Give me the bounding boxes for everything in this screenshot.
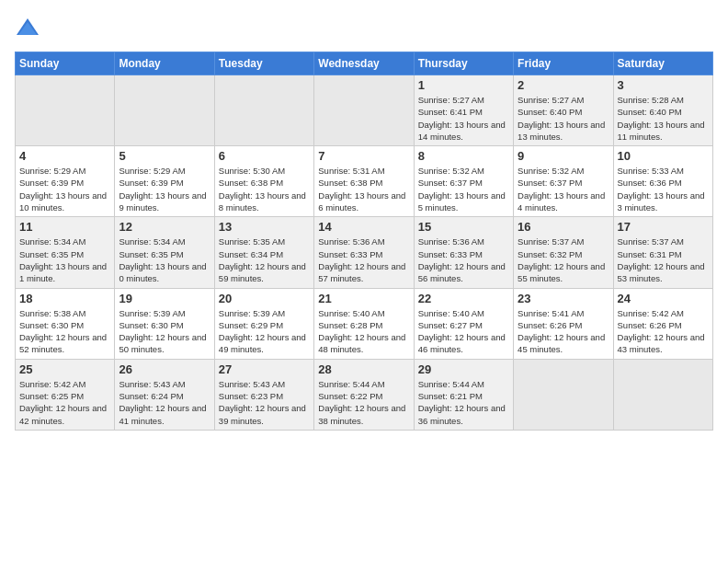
day-number: 11 xyxy=(19,220,110,234)
day-number: 13 xyxy=(219,220,310,234)
calendar-header-row: SundayMondayTuesdayWednesdayThursdayFrid… xyxy=(16,52,713,75)
calendar-cell: 29Sunrise: 5:44 AM Sunset: 6:21 PM Dayli… xyxy=(414,359,513,430)
day-info: Sunrise: 5:37 AM Sunset: 6:31 PM Dayligh… xyxy=(618,236,709,284)
calendar-cell: 1Sunrise: 5:27 AM Sunset: 6:41 PM Daylig… xyxy=(414,75,513,146)
calendar-week-row: 25Sunrise: 5:42 AM Sunset: 6:25 PM Dayli… xyxy=(16,359,713,430)
day-number: 7 xyxy=(318,149,409,163)
day-info: Sunrise: 5:29 AM Sunset: 6:39 PM Dayligh… xyxy=(19,165,110,213)
day-info: Sunrise: 5:39 AM Sunset: 6:30 PM Dayligh… xyxy=(119,307,210,356)
day-number: 12 xyxy=(119,220,210,234)
day-info: Sunrise: 5:28 AM Sunset: 6:40 PM Dayligh… xyxy=(618,94,709,143)
calendar-cell: 18Sunrise: 5:38 AM Sunset: 6:30 PM Dayli… xyxy=(16,288,115,359)
calendar-cell xyxy=(514,359,613,430)
logo xyxy=(15,15,44,40)
calendar-cell: 14Sunrise: 5:36 AM Sunset: 6:33 PM Dayli… xyxy=(314,217,414,288)
day-info: Sunrise: 5:35 AM Sunset: 6:34 PM Dayligh… xyxy=(219,236,310,284)
logo-icon xyxy=(15,15,40,40)
day-info: Sunrise: 5:36 AM Sunset: 6:33 PM Dayligh… xyxy=(318,236,409,284)
day-header-monday: Monday xyxy=(115,52,214,75)
calendar-cell: 2Sunrise: 5:27 AM Sunset: 6:40 PM Daylig… xyxy=(514,75,613,146)
day-number: 16 xyxy=(518,220,609,234)
day-number: 10 xyxy=(618,149,709,163)
calendar-cell: 4Sunrise: 5:29 AM Sunset: 6:39 PM Daylig… xyxy=(16,146,115,217)
calendar-cell xyxy=(214,75,313,146)
day-info: Sunrise: 5:32 AM Sunset: 6:37 PM Dayligh… xyxy=(418,165,509,213)
day-number: 6 xyxy=(219,149,310,163)
day-info: Sunrise: 5:41 AM Sunset: 6:26 PM Dayligh… xyxy=(518,307,609,356)
day-info: Sunrise: 5:27 AM Sunset: 6:40 PM Dayligh… xyxy=(518,94,609,143)
day-info: Sunrise: 5:33 AM Sunset: 6:36 PM Dayligh… xyxy=(618,165,709,213)
calendar-cell: 11Sunrise: 5:34 AM Sunset: 6:35 PM Dayli… xyxy=(16,217,115,288)
day-info: Sunrise: 5:36 AM Sunset: 6:33 PM Dayligh… xyxy=(418,236,509,284)
calendar-cell: 27Sunrise: 5:43 AM Sunset: 6:23 PM Dayli… xyxy=(214,359,313,430)
day-info: Sunrise: 5:42 AM Sunset: 6:25 PM Dayligh… xyxy=(19,378,110,427)
calendar-cell: 8Sunrise: 5:32 AM Sunset: 6:37 PM Daylig… xyxy=(414,146,513,217)
calendar-cell: 13Sunrise: 5:35 AM Sunset: 6:34 PM Dayli… xyxy=(214,217,313,288)
day-info: Sunrise: 5:32 AM Sunset: 6:37 PM Dayligh… xyxy=(518,165,609,213)
day-info: Sunrise: 5:39 AM Sunset: 6:29 PM Dayligh… xyxy=(219,307,310,356)
calendar-cell xyxy=(115,75,214,146)
calendar-cell: 19Sunrise: 5:39 AM Sunset: 6:30 PM Dayli… xyxy=(115,288,214,359)
day-info: Sunrise: 5:37 AM Sunset: 6:32 PM Dayligh… xyxy=(518,236,609,284)
calendar-cell: 22Sunrise: 5:40 AM Sunset: 6:27 PM Dayli… xyxy=(414,288,513,359)
day-number: 4 xyxy=(19,149,110,163)
day-info: Sunrise: 5:40 AM Sunset: 6:27 PM Dayligh… xyxy=(418,307,509,356)
day-info: Sunrise: 5:34 AM Sunset: 6:35 PM Dayligh… xyxy=(119,236,210,284)
day-number: 22 xyxy=(418,292,509,305)
day-info: Sunrise: 5:34 AM Sunset: 6:35 PM Dayligh… xyxy=(19,236,110,284)
day-number: 18 xyxy=(19,292,110,305)
calendar-cell: 15Sunrise: 5:36 AM Sunset: 6:33 PM Dayli… xyxy=(414,217,513,288)
day-number: 26 xyxy=(119,362,210,376)
day-header-tuesday: Tuesday xyxy=(214,52,313,75)
day-info: Sunrise: 5:38 AM Sunset: 6:30 PM Dayligh… xyxy=(19,307,110,356)
day-number: 9 xyxy=(518,149,609,163)
day-number: 20 xyxy=(219,292,310,305)
calendar-cell: 21Sunrise: 5:40 AM Sunset: 6:28 PM Dayli… xyxy=(314,288,414,359)
calendar-week-row: 18Sunrise: 5:38 AM Sunset: 6:30 PM Dayli… xyxy=(16,288,713,359)
calendar-cell xyxy=(314,75,414,146)
day-header-wednesday: Wednesday xyxy=(314,52,414,75)
day-header-thursday: Thursday xyxy=(414,52,513,75)
day-info: Sunrise: 5:42 AM Sunset: 6:26 PM Dayligh… xyxy=(618,307,709,356)
day-number: 2 xyxy=(518,78,609,92)
calendar-cell: 7Sunrise: 5:31 AM Sunset: 6:38 PM Daylig… xyxy=(314,146,414,217)
day-number: 17 xyxy=(618,220,709,234)
day-number: 23 xyxy=(518,292,609,305)
day-info: Sunrise: 5:43 AM Sunset: 6:24 PM Dayligh… xyxy=(119,378,210,427)
calendar-cell xyxy=(613,359,712,430)
day-number: 14 xyxy=(318,220,409,234)
day-number: 8 xyxy=(418,149,509,163)
calendar-cell: 9Sunrise: 5:32 AM Sunset: 6:37 PM Daylig… xyxy=(514,146,613,217)
calendar-cell: 17Sunrise: 5:37 AM Sunset: 6:31 PM Dayli… xyxy=(613,217,712,288)
calendar-week-row: 11Sunrise: 5:34 AM Sunset: 6:35 PM Dayli… xyxy=(16,217,713,288)
day-info: Sunrise: 5:29 AM Sunset: 6:39 PM Dayligh… xyxy=(119,165,210,213)
calendar-cell: 28Sunrise: 5:44 AM Sunset: 6:22 PM Dayli… xyxy=(314,359,414,430)
calendar-week-row: 4Sunrise: 5:29 AM Sunset: 6:39 PM Daylig… xyxy=(16,146,713,217)
day-info: Sunrise: 5:27 AM Sunset: 6:41 PM Dayligh… xyxy=(418,94,509,143)
day-header-friday: Friday xyxy=(514,52,613,75)
calendar-cell: 12Sunrise: 5:34 AM Sunset: 6:35 PM Dayli… xyxy=(115,217,214,288)
page-header xyxy=(15,15,713,40)
day-number: 21 xyxy=(318,292,409,305)
day-info: Sunrise: 5:44 AM Sunset: 6:22 PM Dayligh… xyxy=(318,378,409,427)
calendar-cell: 6Sunrise: 5:30 AM Sunset: 6:38 PM Daylig… xyxy=(214,146,313,217)
day-header-sunday: Sunday xyxy=(16,52,115,75)
day-number: 19 xyxy=(119,292,210,305)
day-header-saturday: Saturday xyxy=(613,52,712,75)
calendar-cell: 5Sunrise: 5:29 AM Sunset: 6:39 PM Daylig… xyxy=(115,146,214,217)
day-info: Sunrise: 5:40 AM Sunset: 6:28 PM Dayligh… xyxy=(318,307,409,356)
day-info: Sunrise: 5:44 AM Sunset: 6:21 PM Dayligh… xyxy=(418,378,509,427)
day-number: 29 xyxy=(418,362,509,376)
day-number: 24 xyxy=(618,292,709,305)
day-number: 27 xyxy=(219,362,310,376)
calendar-cell: 25Sunrise: 5:42 AM Sunset: 6:25 PM Dayli… xyxy=(16,359,115,430)
calendar-cell xyxy=(16,75,115,146)
day-number: 28 xyxy=(318,362,409,376)
calendar-cell: 16Sunrise: 5:37 AM Sunset: 6:32 PM Dayli… xyxy=(514,217,613,288)
calendar-cell: 26Sunrise: 5:43 AM Sunset: 6:24 PM Dayli… xyxy=(115,359,214,430)
day-info: Sunrise: 5:30 AM Sunset: 6:38 PM Dayligh… xyxy=(219,165,310,213)
calendar-cell: 23Sunrise: 5:41 AM Sunset: 6:26 PM Dayli… xyxy=(514,288,613,359)
day-number: 15 xyxy=(418,220,509,234)
day-number: 5 xyxy=(119,149,210,163)
calendar-cell: 24Sunrise: 5:42 AM Sunset: 6:26 PM Dayli… xyxy=(613,288,712,359)
